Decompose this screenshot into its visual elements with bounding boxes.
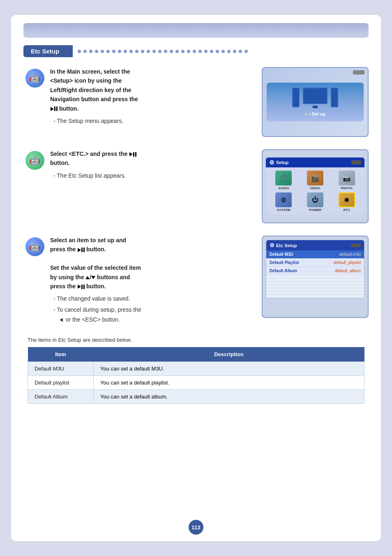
indicator-bar (353, 70, 364, 74)
dot-4 (95, 50, 98, 53)
instruction-row-3: 🤖 Select an item to set up and press the… (23, 236, 369, 324)
menu-indicator (351, 160, 361, 164)
dot-10 (129, 50, 133, 53)
dot-23 (204, 50, 208, 53)
dot-18 (175, 50, 179, 53)
audio-label: AUDIO (278, 186, 289, 190)
dot-21 (193, 50, 196, 53)
pause-icon-3 (81, 248, 85, 252)
section-header: Etc Setup (23, 45, 369, 57)
etc-row-m3u-value: default.m3u (339, 252, 361, 257)
instruction-text-3: Select an item to set up and press the b… (50, 236, 255, 324)
screen-indicator (353, 70, 364, 74)
instruction-3-note1: - The changed value is saved. (50, 294, 255, 303)
etc-row-album-label: Default Album (270, 269, 297, 273)
dot-13 (147, 50, 150, 53)
tv-stand (313, 106, 318, 108)
menu-icon-video: 🎬 VIDEO (301, 171, 330, 190)
dot-15 (158, 50, 161, 53)
pause-icon-2 (133, 152, 136, 157)
menu-icon-system: ⚙ SYSTEM (269, 192, 298, 212)
etc-row-playlist-value: default_playlist (334, 260, 361, 265)
speaker-right (331, 88, 338, 107)
setup-device-illustration (272, 88, 359, 108)
dot-26 (221, 50, 225, 53)
system-icon-box: ⚙ (275, 192, 292, 207)
dot-28 (233, 50, 236, 53)
play-icon-3 (78, 248, 81, 252)
character-side-2: 🤖 (23, 149, 46, 170)
dot-2 (83, 50, 87, 53)
etc-list-indicator (351, 244, 361, 247)
dot-24 (210, 50, 213, 53)
dots-decoration (73, 50, 369, 53)
table-cell-desc-3: You can set a default album. (94, 389, 364, 403)
text-and-image-1: In the Main screen, select the <Setup> i… (50, 67, 369, 137)
character-side-3: 🤖 (23, 236, 46, 256)
pause-icon-1 (54, 107, 58, 111)
etc-list-row-m3u: Default M3U default.m3u (266, 250, 364, 259)
etc-list-empty-6 (266, 292, 364, 295)
etc-header-icon: ⚙ (270, 242, 274, 248)
table-cell-item-2: Default playlist (28, 375, 94, 389)
dot-25 (216, 50, 219, 53)
screenshot-setup-main: ● • Set up (262, 67, 369, 137)
pause-icon-4 (81, 285, 85, 289)
table-header-row: Item Description (28, 347, 364, 362)
dot-22 (198, 50, 202, 53)
col-header-description: Description (94, 347, 364, 362)
etc-list-empty-3 (266, 282, 364, 285)
photo-icon-box: 📷 (339, 171, 355, 185)
table-cell-item-3: Default Album (28, 389, 94, 403)
etc-list-empty-5 (266, 288, 364, 292)
table-section: The items in Etc Setup are described bel… (23, 337, 369, 404)
table-row: Default M3U You can set a default M3U. (28, 361, 364, 375)
col-header-item: Item (28, 347, 94, 362)
instruction-3-bold1: Select an item to set up and press the b… (50, 236, 255, 254)
etc-list-empty-7 (266, 295, 364, 298)
instruction-2-bold: Select <ETC.> and press the button. (50, 149, 255, 168)
page-container: Etc Setup (11, 15, 381, 541)
system-label: SYSTEM (277, 208, 291, 212)
menu-icons-grid: 🎵 AUDIO 🎬 VIDEO 📷 PHOTO ⚙ (266, 167, 364, 215)
dot-14 (152, 50, 156, 53)
etc-header-label: Etc Setup (276, 243, 297, 248)
dot-19 (181, 50, 184, 53)
menu-icon-etc: ✱ ETC (332, 192, 361, 212)
instruction-1-bold: In the Main screen, select the <Setup> i… (50, 67, 255, 113)
etc-icon-box: ✱ (339, 192, 355, 207)
dot-27 (227, 50, 231, 53)
etc-list-row-album: Default Album default_album (266, 267, 364, 275)
instruction-row-1: 🤖 In the Main screen, select the <Setup>… (23, 67, 369, 137)
dot-16 (164, 50, 167, 53)
play-icon-4 (78, 285, 81, 289)
screenshot-etc-setup-list: ⚙ Etc Setup Default M3U default.m3u Defa… (262, 236, 369, 318)
dot-12 (141, 50, 144, 53)
down-arrow-icon (91, 276, 95, 279)
photo-label: PHOTO (341, 186, 353, 190)
dot-5 (101, 50, 104, 53)
dot-6 (106, 50, 110, 53)
instruction-1-note: - The Setup menu appears. (50, 116, 255, 125)
play-icon-1 (51, 107, 54, 111)
etc-list-empty-1 (266, 275, 364, 278)
menu-screen: ⚙ Setup 🎵 AUDIO 🎬 VIDEO (266, 158, 364, 215)
video-label: VIDEO (310, 186, 321, 190)
menu-icon-audio: 🎵 AUDIO (269, 171, 298, 190)
etc-list-row-playlist: Default Playlist default_playlist (266, 259, 364, 267)
instruction-3-bold2: Set the value of the selected item by us… (50, 263, 255, 291)
instruction-row-2: 🤖 Select <ETC.> and press the button. - … (23, 149, 369, 223)
screenshot-setup-menu: ⚙ Setup 🎵 AUDIO 🎬 VIDEO (262, 149, 369, 223)
etc-list-header: ⚙ Etc Setup (266, 240, 364, 250)
dot-3 (89, 50, 92, 53)
setup-screen-inner: ● • Set up (267, 83, 364, 121)
power-label: POWER (309, 208, 321, 212)
menu-icon-power: ⏻ POWER (301, 192, 330, 212)
character-icon-3: 🤖 (25, 237, 44, 256)
video-icon-box: 🎬 (307, 171, 323, 185)
table-row: Default playlist You can set a default p… (28, 375, 364, 389)
etc-list-empty-4 (266, 285, 364, 288)
dot-30 (244, 50, 248, 53)
menu-icon-photo: 📷 PHOTO (332, 171, 361, 190)
items-table: Item Description Default M3U You can set… (28, 347, 364, 404)
